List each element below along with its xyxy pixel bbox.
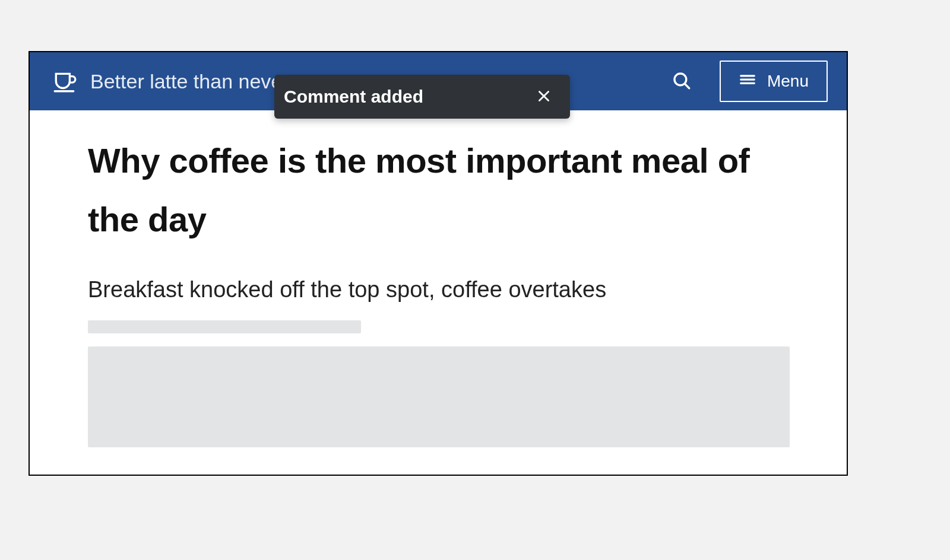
- toast-close-button[interactable]: [533, 86, 555, 107]
- search-icon: [672, 71, 692, 93]
- menu-button[interactable]: Menu: [720, 61, 828, 102]
- search-button[interactable]: [669, 68, 695, 94]
- hamburger-icon: [739, 71, 756, 93]
- content-placeholder-line: [88, 320, 361, 333]
- article-subtitle: Breakfast knocked off the top spot, coff…: [88, 277, 790, 303]
- coffee-cup-icon: [52, 69, 77, 94]
- content-placeholder-block: [88, 346, 790, 447]
- logo-group: Better latte than never: [52, 69, 289, 94]
- toast-notification: Comment added: [274, 75, 570, 119]
- toast-message: Comment added: [284, 87, 423, 107]
- close-icon: [536, 88, 552, 106]
- article-content: Why coffee is the most important meal of…: [30, 110, 847, 447]
- article-title: Why coffee is the most important meal of…: [88, 132, 790, 249]
- menu-label: Menu: [767, 72, 809, 91]
- header-actions: Menu: [669, 61, 828, 102]
- site-title: Better latte than never: [90, 70, 289, 93]
- svg-line-2: [685, 84, 689, 88]
